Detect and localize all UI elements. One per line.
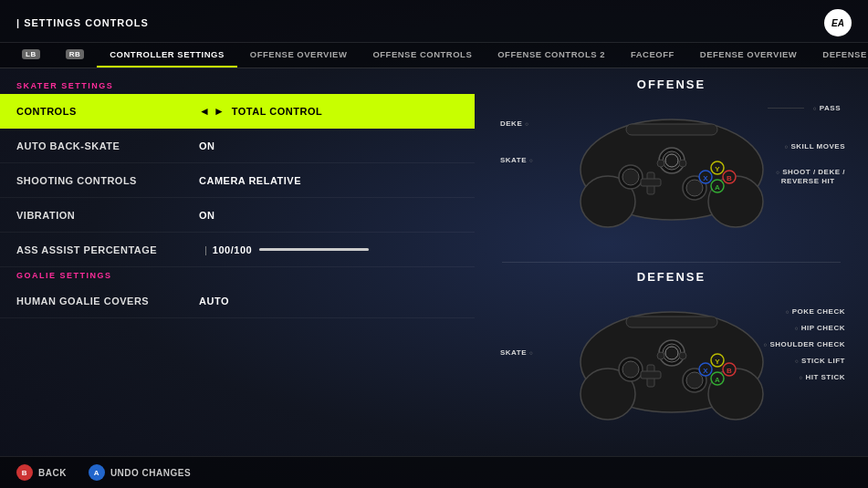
- human-goalie-value: AUTO: [199, 296, 229, 306]
- svg-rect-27: [626, 317, 717, 327]
- svg-point-10: [686, 180, 703, 196]
- tab-faceoff[interactable]: FACEOFF: [618, 43, 687, 67]
- offense-controller-wrapper: Y B A X ○PASS: [493, 97, 850, 243]
- arrow-left-icon: ◄: [199, 105, 210, 118]
- back-button[interactable]: B BACK: [16, 464, 67, 481]
- defense-label-hit-stick: ○ HIT STICK: [800, 373, 845, 381]
- controls-value: TOTAL CONTROL: [232, 106, 322, 117]
- svg-point-46: [679, 352, 686, 359]
- goalie-settings-label: GOALIE SETTINGS: [0, 267, 475, 284]
- controls-arrows: ◄ ►: [199, 105, 225, 118]
- offense-controller-section: OFFENSE: [493, 78, 850, 254]
- skater-settings-label: SKATER SETTINGS: [0, 78, 475, 94]
- offense-label-pass: ○PASS: [813, 104, 841, 112]
- controls-label: CONTROLS: [16, 106, 199, 117]
- ass-assist-divider: |: [204, 244, 207, 255]
- svg-text:Y: Y: [715, 165, 720, 173]
- svg-text:B: B: [727, 174, 732, 182]
- tabs-bar: LB RB CONTROLLER SETTINGS OFFENSE OVERVI…: [0, 43, 868, 68]
- svg-point-34: [686, 372, 703, 389]
- tab-offense-controls[interactable]: OFFENSE CONTROLS: [360, 43, 485, 67]
- tab-controller-settings[interactable]: CONTROLLER SETTINGS: [97, 43, 237, 67]
- svg-rect-3: [626, 124, 717, 135]
- auto-back-skate-label: AUTO BACK-SKATE: [16, 140, 199, 151]
- defense-controller-svg: Y B A X: [526, 298, 818, 426]
- svg-text:A: A: [715, 183, 720, 192]
- settings-row-shooting-controls[interactable]: SHOOTING CONTROLS CAMERA RELATIVE: [0, 163, 475, 198]
- slider-fill: [259, 248, 369, 251]
- svg-text:X: X: [703, 367, 708, 375]
- header: | SETTINGS CONTROLS EA: [0, 0, 868, 43]
- tab-defense-controls[interactable]: DEFENSE CONTROLS: [810, 43, 868, 67]
- defense-label-skate: SKATE ○: [500, 348, 533, 357]
- shooting-controls-value: CAMERA RELATIVE: [199, 175, 301, 186]
- svg-text:X: X: [703, 174, 708, 182]
- lb-badge: LB: [22, 49, 40, 59]
- defense-controller-wrapper: Y B A X SKATE ○: [493, 289, 850, 435]
- ass-assist-slider-container: 100/100: [213, 244, 369, 255]
- defense-label-hip-check: ○ HIP CHECK: [795, 324, 845, 332]
- auto-back-skate-value: ON: [199, 140, 215, 151]
- rb-badge: RB: [66, 49, 85, 59]
- vibration-value: ON: [199, 210, 215, 221]
- arrow-right-icon: ►: [214, 105, 225, 118]
- svg-rect-36: [641, 371, 661, 379]
- breadcrumb: | SETTINGS CONTROLS: [16, 17, 149, 28]
- tab-offense-controls-2[interactable]: OFFENSE CONTROLS 2: [485, 43, 618, 67]
- offense-label-skate: SKATE ○: [500, 156, 533, 164]
- ass-assist-label: ASS ASSIST PERCENTAGE: [16, 244, 199, 255]
- offense-label-deke: DEKE ○: [500, 119, 528, 128]
- tab-offense-overview[interactable]: OFFENSE OVERVIEW: [237, 43, 361, 67]
- undo-label: UNDO CHANGES: [110, 468, 191, 478]
- right-panel: OFFENSE: [475, 68, 868, 456]
- back-label: BACK: [38, 468, 67, 478]
- svg-point-21: [657, 160, 664, 167]
- svg-point-8: [622, 169, 639, 185]
- ea-logo: EA: [824, 9, 852, 36]
- svg-point-22: [679, 160, 686, 167]
- a-button-icon: A: [89, 464, 105, 481]
- tab-lb[interactable]: LB: [9, 43, 53, 67]
- settings-row-ass-assist[interactable]: ASS ASSIST PERCENTAGE | 100/100: [0, 233, 475, 267]
- defense-controller-section: DEFENSE: [493, 270, 850, 447]
- settings-row-controls[interactable]: CONTROLS ◄ ► TOTAL CONTROL: [0, 94, 475, 129]
- offense-title: OFFENSE: [493, 78, 850, 91]
- undo-button[interactable]: A UNDO CHANGES: [89, 464, 191, 481]
- offense-controller-svg: Y B A X: [526, 106, 818, 234]
- b-button-icon: B: [16, 464, 33, 481]
- svg-point-45: [657, 352, 664, 359]
- settings-row-vibration[interactable]: VIBRATION ON: [0, 198, 475, 233]
- tab-rb[interactable]: RB: [53, 43, 98, 67]
- vibration-label: VIBRATION: [16, 210, 199, 221]
- defense-label-shoulder-check: ○ SHOULDER CHECK: [764, 340, 845, 348]
- offense-label-skill-moves: ○ SKILL MOVES: [785, 142, 845, 151]
- settings-row-auto-back-skate[interactable]: AUTO BACK-SKATE ON: [0, 129, 475, 163]
- offense-label-shoot: ○ SHOOT / DEKE / REVERSE HIT: [776, 168, 845, 187]
- defense-label-stick-lift: ○ STICK LIFT: [795, 357, 845, 365]
- defense-label-poke-check: ○ POKE CHECK: [786, 307, 845, 316]
- defense-title: DEFENSE: [493, 270, 850, 284]
- svg-text:B: B: [727, 367, 732, 375]
- shooting-controls-label: SHOOTING CONTROLS: [16, 175, 199, 186]
- svg-rect-12: [641, 179, 661, 186]
- slider-track[interactable]: [259, 248, 369, 251]
- svg-point-32: [622, 361, 639, 378]
- pass-line: [768, 108, 804, 109]
- settings-row-human-goalie[interactable]: HUMAN GOALIE COVERS AUTO: [0, 284, 475, 318]
- svg-text:Y: Y: [715, 358, 720, 366]
- svg-text:A: A: [715, 376, 720, 384]
- left-panel: SKATER SETTINGS CONTROLS ◄ ► TOTAL CONTR…: [0, 68, 475, 456]
- footer: B BACK A UNDO CHANGES: [0, 456, 868, 488]
- tab-defense-overview[interactable]: DEFENSE OVERVIEW: [687, 43, 810, 67]
- controller-divider: [502, 262, 841, 263]
- ass-assist-value: 100/100: [213, 244, 252, 255]
- human-goalie-label: HUMAN GOALIE COVERS: [16, 296, 199, 306]
